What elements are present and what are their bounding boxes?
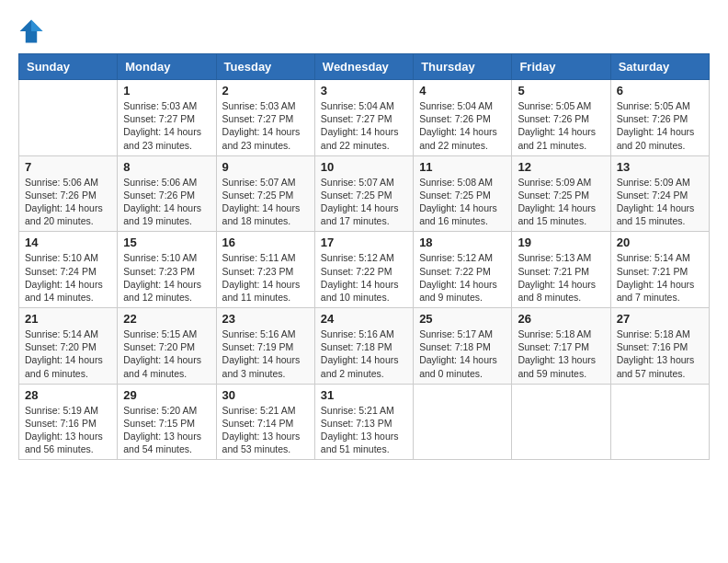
day-of-week-header: Monday <box>118 54 216 80</box>
day-of-week-header: Sunday <box>19 54 118 80</box>
day-number: 1 <box>123 84 210 98</box>
day-info: Sunrise: 5:14 AM Sunset: 7:20 PM Dayligh… <box>25 327 111 380</box>
day-number: 30 <box>222 388 309 402</box>
calendar-cell: 21Sunrise: 5:14 AM Sunset: 7:20 PM Dayli… <box>19 308 118 385</box>
calendar-cell: 29Sunrise: 5:20 AM Sunset: 7:15 PM Dayli… <box>118 384 216 460</box>
day-number: 14 <box>25 236 111 249</box>
day-info: Sunrise: 5:03 AM Sunset: 7:27 PM Dayligh… <box>123 99 210 152</box>
day-number: 6 <box>617 84 703 98</box>
calendar-header: SundayMondayTuesdayWednesdayThursdayFrid… <box>19 54 710 80</box>
calendar-cell: 6Sunrise: 5:05 AM Sunset: 7:26 PM Daylig… <box>610 80 709 156</box>
day-number: 22 <box>123 312 210 326</box>
day-info: Sunrise: 5:21 AM Sunset: 7:13 PM Dayligh… <box>321 404 407 456</box>
calendar-cell: 15Sunrise: 5:10 AM Sunset: 7:23 PM Dayli… <box>118 232 216 308</box>
header-row: SundayMondayTuesdayWednesdayThursdayFrid… <box>19 54 710 80</box>
day-number: 10 <box>321 160 407 174</box>
day-of-week-header: Saturday <box>610 54 709 80</box>
day-info: Sunrise: 5:07 AM Sunset: 7:25 PM Dayligh… <box>222 176 309 228</box>
calendar-cell: 5Sunrise: 5:05 AM Sunset: 7:26 PM Daylig… <box>512 80 610 156</box>
day-info: Sunrise: 5:20 AM Sunset: 7:15 PM Dayligh… <box>123 404 210 456</box>
calendar-cell: 2Sunrise: 5:03 AM Sunset: 7:27 PM Daylig… <box>216 80 314 156</box>
day-number: 26 <box>518 312 604 326</box>
calendar-cell <box>512 384 610 460</box>
day-info: Sunrise: 5:17 AM Sunset: 7:18 PM Dayligh… <box>419 327 506 380</box>
day-info: Sunrise: 5:12 AM Sunset: 7:22 PM Dayligh… <box>419 251 506 304</box>
calendar-body: 1Sunrise: 5:03 AM Sunset: 7:27 PM Daylig… <box>19 80 710 460</box>
day-of-week-header: Friday <box>512 54 610 80</box>
day-info: Sunrise: 5:15 AM Sunset: 7:20 PM Dayligh… <box>123 327 210 380</box>
day-number: 19 <box>518 236 604 249</box>
calendar-cell: 23Sunrise: 5:16 AM Sunset: 7:19 PM Dayli… <box>216 308 314 385</box>
calendar-cell: 9Sunrise: 5:07 AM Sunset: 7:25 PM Daylig… <box>216 155 314 232</box>
calendar-week-row: 7Sunrise: 5:06 AM Sunset: 7:26 PM Daylig… <box>19 155 710 232</box>
calendar-cell: 1Sunrise: 5:03 AM Sunset: 7:27 PM Daylig… <box>118 80 216 156</box>
calendar-cell: 14Sunrise: 5:10 AM Sunset: 7:24 PM Dayli… <box>19 232 118 308</box>
day-number: 11 <box>419 160 506 174</box>
day-number: 27 <box>617 312 703 326</box>
day-number: 20 <box>617 236 703 249</box>
calendar-cell: 17Sunrise: 5:12 AM Sunset: 7:22 PM Dayli… <box>314 232 413 308</box>
day-of-week-header: Wednesday <box>314 54 413 80</box>
day-info: Sunrise: 5:14 AM Sunset: 7:21 PM Dayligh… <box>617 251 703 304</box>
day-of-week-header: Thursday <box>414 54 512 80</box>
day-number: 7 <box>25 160 111 174</box>
day-info: Sunrise: 5:18 AM Sunset: 7:16 PM Dayligh… <box>617 327 703 380</box>
day-info: Sunrise: 5:16 AM Sunset: 7:18 PM Dayligh… <box>321 327 407 380</box>
day-number: 25 <box>419 312 506 326</box>
calendar-cell: 13Sunrise: 5:09 AM Sunset: 7:24 PM Dayli… <box>610 155 709 232</box>
day-info: Sunrise: 5:08 AM Sunset: 7:25 PM Dayligh… <box>419 176 506 228</box>
day-info: Sunrise: 5:16 AM Sunset: 7:19 PM Dayligh… <box>222 327 309 380</box>
calendar-week-row: 21Sunrise: 5:14 AM Sunset: 7:20 PM Dayli… <box>19 308 710 385</box>
day-of-week-header: Tuesday <box>216 54 314 80</box>
day-number: 2 <box>222 84 309 98</box>
calendar-cell: 4Sunrise: 5:04 AM Sunset: 7:26 PM Daylig… <box>414 80 512 156</box>
day-info: Sunrise: 5:07 AM Sunset: 7:25 PM Dayligh… <box>321 176 407 228</box>
day-info: Sunrise: 5:21 AM Sunset: 7:14 PM Dayligh… <box>222 404 309 456</box>
day-info: Sunrise: 5:12 AM Sunset: 7:22 PM Dayligh… <box>321 251 407 304</box>
calendar-cell: 3Sunrise: 5:04 AM Sunset: 7:27 PM Daylig… <box>314 80 413 156</box>
day-number: 13 <box>617 160 703 174</box>
day-number: 8 <box>123 160 210 174</box>
day-number: 29 <box>123 388 210 402</box>
calendar-cell: 18Sunrise: 5:12 AM Sunset: 7:22 PM Dayli… <box>414 232 512 308</box>
calendar-cell: 7Sunrise: 5:06 AM Sunset: 7:26 PM Daylig… <box>19 155 118 232</box>
day-number: 5 <box>518 84 604 98</box>
day-number: 9 <box>222 160 309 174</box>
day-info: Sunrise: 5:10 AM Sunset: 7:23 PM Dayligh… <box>123 251 210 304</box>
calendar-cell <box>414 384 512 460</box>
day-info: Sunrise: 5:06 AM Sunset: 7:26 PM Dayligh… <box>123 176 210 228</box>
day-number: 31 <box>321 388 407 402</box>
day-number: 18 <box>419 236 506 249</box>
day-info: Sunrise: 5:09 AM Sunset: 7:24 PM Dayligh… <box>617 176 703 228</box>
calendar-cell: 25Sunrise: 5:17 AM Sunset: 7:18 PM Dayli… <box>414 308 512 385</box>
logo <box>18 18 48 44</box>
day-info: Sunrise: 5:09 AM Sunset: 7:25 PM Dayligh… <box>518 176 604 228</box>
day-number: 15 <box>123 236 210 249</box>
day-info: Sunrise: 5:05 AM Sunset: 7:26 PM Dayligh… <box>617 99 703 152</box>
day-info: Sunrise: 5:18 AM Sunset: 7:17 PM Dayligh… <box>518 327 604 380</box>
day-info: Sunrise: 5:03 AM Sunset: 7:27 PM Dayligh… <box>222 99 309 152</box>
calendar-cell: 24Sunrise: 5:16 AM Sunset: 7:18 PM Dayli… <box>314 308 413 385</box>
calendar-cell: 27Sunrise: 5:18 AM Sunset: 7:16 PM Dayli… <box>610 308 709 385</box>
page-header <box>18 18 710 44</box>
day-info: Sunrise: 5:06 AM Sunset: 7:26 PM Dayligh… <box>25 176 111 228</box>
calendar-week-row: 28Sunrise: 5:19 AM Sunset: 7:16 PM Dayli… <box>19 384 710 460</box>
day-info: Sunrise: 5:19 AM Sunset: 7:16 PM Dayligh… <box>25 404 111 456</box>
calendar-cell: 8Sunrise: 5:06 AM Sunset: 7:26 PM Daylig… <box>118 155 216 232</box>
day-number: 4 <box>419 84 506 98</box>
calendar-cell: 31Sunrise: 5:21 AM Sunset: 7:13 PM Dayli… <box>314 384 413 460</box>
calendar-cell: 16Sunrise: 5:11 AM Sunset: 7:23 PM Dayli… <box>216 232 314 308</box>
calendar-cell: 19Sunrise: 5:13 AM Sunset: 7:21 PM Dayli… <box>512 232 610 308</box>
day-number: 12 <box>518 160 604 174</box>
day-number: 24 <box>321 312 407 326</box>
calendar-cell: 12Sunrise: 5:09 AM Sunset: 7:25 PM Dayli… <box>512 155 610 232</box>
logo-icon <box>18 18 44 44</box>
calendar-cell: 26Sunrise: 5:18 AM Sunset: 7:17 PM Dayli… <box>512 308 610 385</box>
calendar-week-row: 1Sunrise: 5:03 AM Sunset: 7:27 PM Daylig… <box>19 80 710 156</box>
day-number: 28 <box>25 388 111 402</box>
calendar-week-row: 14Sunrise: 5:10 AM Sunset: 7:24 PM Dayli… <box>19 232 710 308</box>
calendar-cell <box>19 80 118 156</box>
day-number: 3 <box>321 84 407 98</box>
day-info: Sunrise: 5:04 AM Sunset: 7:27 PM Dayligh… <box>321 99 407 152</box>
day-number: 21 <box>25 312 111 326</box>
